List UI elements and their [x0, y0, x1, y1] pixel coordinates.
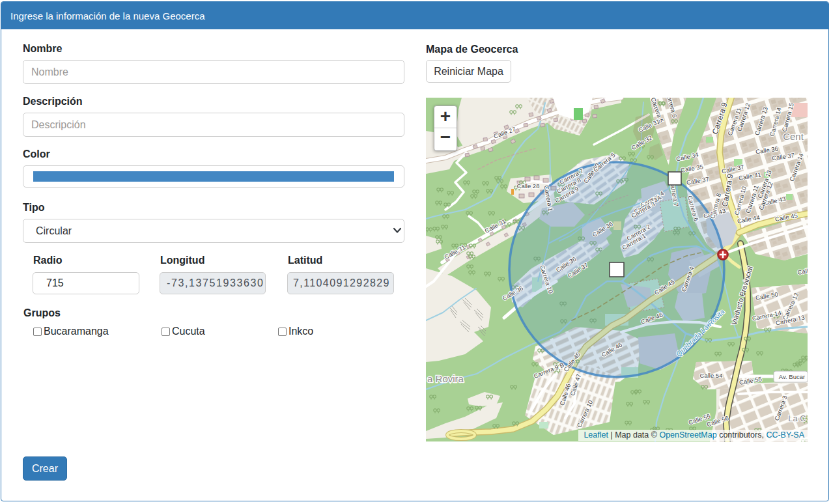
svg-text:a Rovira: a Rovira	[427, 373, 464, 384]
svg-text:Cent: Cent	[783, 131, 804, 142]
svg-text:Calle 54: Calle 54	[700, 372, 723, 379]
svg-text:La C: La C	[788, 413, 806, 423]
svg-text:Calle 28: Calle 28	[517, 182, 540, 189]
svg-text:Av. Bucar: Av. Bucar	[779, 373, 805, 380]
